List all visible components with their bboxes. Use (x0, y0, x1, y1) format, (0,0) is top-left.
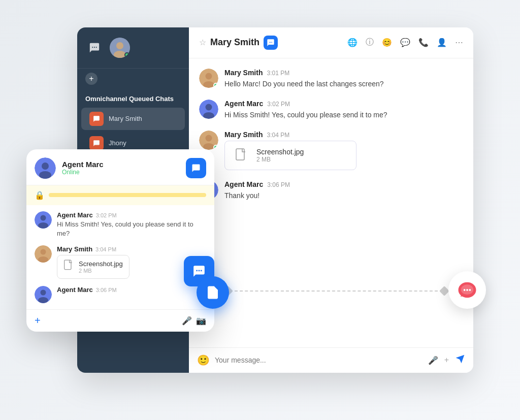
whatsapp-icon[interactable]: 💬 (400, 38, 410, 47)
video-icon[interactable]: 📷 (196, 316, 206, 326)
plus-icon[interactable]: + (444, 356, 449, 365)
table-row: Agent Marc 3:02 PM Hi Miss Smith! Yes, c… (199, 100, 463, 120)
svg-point-1 (94, 46, 95, 47)
list-item: Mary Smith 3:04 PM Screenshot.jpg 2 (35, 245, 206, 279)
user-avatar (110, 38, 130, 58)
mobile-popup: Agent Marc Online 🔒 (26, 149, 214, 332)
svg-point-35 (196, 270, 198, 271)
connector-line (224, 290, 448, 292)
svg-point-37 (201, 270, 202, 271)
mobile-lock-bar: 🔒 (26, 185, 214, 205)
svg-point-13 (206, 104, 212, 110)
svg-point-41 (466, 289, 468, 291)
scene: + Omnichannel Queued Chats Mary Smith Jh… (26, 17, 494, 403)
info-icon[interactable]: ⓘ (366, 37, 374, 48)
message-text: Thank you! (224, 190, 463, 201)
avatar (35, 286, 52, 303)
sidebar-item-label-2: Jhony (109, 139, 126, 147)
message-input[interactable] (215, 356, 423, 364)
svg-point-10 (206, 73, 212, 79)
file-size: 2 MB (79, 268, 123, 274)
phone-icon[interactable]: 📞 (418, 38, 429, 47)
message-header: Mary Smith 3:04 PM (224, 131, 463, 139)
message-header: Agent Marc 3:02 PM (57, 211, 206, 219)
sidebar-item-mary[interactable]: Mary Smith (81, 108, 185, 130)
message-time: 3:04 PM (95, 246, 116, 252)
sender-name: Agent Marc (224, 100, 263, 108)
lock-line (49, 193, 206, 197)
input-actions: 🎤 + (428, 354, 465, 367)
sidebar-item-label: Mary Smith (109, 115, 142, 122)
message-content: Agent Marc 3:06 PM Thank you! (224, 180, 463, 201)
add-button[interactable]: + (35, 315, 41, 327)
message-header: Agent Marc 3:06 PM (224, 180, 463, 188)
mobile-input-bar: + 🎤 📷 (26, 309, 214, 332)
file-icon (63, 260, 74, 274)
more-icon[interactable]: ⋯ (455, 38, 463, 47)
svg-point-40 (464, 289, 466, 291)
table-row: Mary Smith 3:04 PM Screensh (199, 131, 463, 170)
message-time: 3:02 PM (267, 101, 290, 108)
emoji-icon[interactable]: 😊 (382, 38, 392, 47)
message-header: Agent Marc 3:02 PM (224, 100, 463, 108)
list-item: Agent Marc 3:06 PM (35, 286, 206, 303)
messages-area: Mary Smith 3:01 PM Hello Marc! Do you ne… (189, 58, 473, 347)
message-content: Agent Marc 3:06 PM (57, 286, 117, 295)
mobile-chat-button[interactable] (186, 158, 206, 178)
person-icon[interactable]: 👤 (437, 38, 447, 47)
agent-status: Online (62, 169, 180, 176)
svg-rect-18 (236, 149, 244, 160)
svg-point-42 (469, 289, 471, 291)
star-icon[interactable]: ☆ (199, 38, 206, 47)
svg-point-6 (269, 42, 270, 43)
section-label: Omnichannel Queued Chats (77, 89, 189, 107)
chat-nav-icon[interactable] (85, 39, 104, 57)
mobile-message-input[interactable] (45, 317, 178, 325)
message-time: 3:06 PM (267, 181, 290, 188)
file-info: Screenshot.jpg 2 MB (79, 260, 123, 274)
header-actions: 🌐 ⓘ 😊 💬 📞 👤 ⋯ (347, 37, 463, 48)
table-row: Mary Smith 3:01 PM Hello Marc! Do you ne… (199, 69, 463, 89)
file-attachment[interactable]: Screenshot.jpg 2 MB (224, 141, 356, 170)
chat-input-area: 🙂 🎤 + (189, 347, 473, 373)
sender-name: Agent Marc (224, 180, 263, 188)
message-content: Mary Smith 3:01 PM Hello Marc! Do you ne… (224, 69, 463, 89)
mic-icon[interactable]: 🎤 (428, 356, 438, 365)
message-text: Hi Miss Smith! Yes, could you please sen… (224, 110, 463, 120)
sender-name: Agent Marc (57, 211, 93, 219)
svg-point-2 (96, 46, 97, 47)
message-content: Mary Smith 3:04 PM Screensh (224, 131, 463, 170)
svg-point-4 (116, 42, 123, 49)
svg-point-16 (206, 135, 212, 141)
message-text: Hi Miss Smith! Yes, could you please sen… (57, 220, 206, 238)
sender-name: Mary Smith (224, 131, 263, 139)
dashed-segment-left (235, 290, 438, 292)
message-time: 3:02 PM (96, 212, 117, 218)
sidebar-top (77, 27, 189, 69)
lock-icon: 🔒 (35, 190, 45, 200)
message-content: Mary Smith 3:04 PM Screenshot.jpg 2 (57, 245, 129, 279)
item-chat-icon (89, 112, 104, 126)
item-chat-icon-2 (89, 136, 104, 150)
globe-icon[interactable]: 🌐 (347, 38, 358, 47)
chat-area: ☆ Mary Smith 🌐 ⓘ 😊 💬 (189, 27, 473, 373)
emoji-button[interactable]: 🙂 (197, 354, 210, 366)
transfer-button[interactable] (197, 276, 229, 309)
table-row: Agent Marc 3:06 PM Thank you! (199, 180, 463, 201)
avatar (35, 245, 52, 263)
svg-point-7 (270, 42, 271, 43)
svg-point-34 (38, 297, 48, 303)
send-button[interactable] (455, 354, 465, 367)
message-content: Agent Marc 3:02 PM Hi Miss Smith! Yes, c… (224, 100, 463, 120)
svg-point-36 (199, 270, 200, 271)
online-indicator (124, 52, 129, 57)
mic-icon[interactable]: 🎤 (182, 316, 192, 326)
avatar (199, 69, 218, 88)
avatar (35, 211, 52, 229)
message-text: Hello Marc! Do you need the last changes… (224, 79, 463, 89)
message-time: 3:06 PM (96, 287, 117, 293)
sender-name: Mary Smith (57, 245, 92, 253)
add-chat-button[interactable]: + (85, 73, 98, 85)
file-attachment[interactable]: Screenshot.jpg 2 MB (57, 255, 129, 279)
avatar (35, 157, 56, 179)
